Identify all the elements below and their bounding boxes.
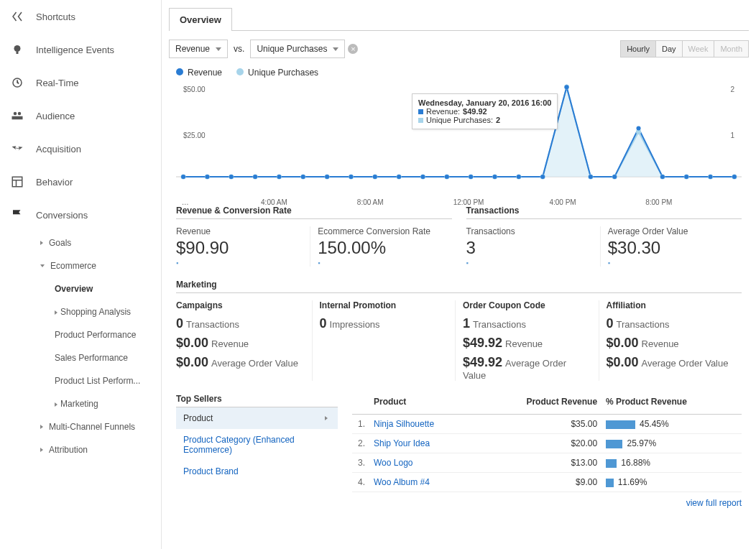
product-link[interactable]: Woo Album #4 — [369, 473, 477, 492]
tab-bar: Overview — [169, 7, 749, 31]
product-link[interactable]: Ship Your Idea — [369, 434, 477, 453]
sparkline — [608, 259, 742, 267]
marketing-card[interactable]: Order Coupon Code1Transactions$49.92Reve… — [455, 300, 599, 381]
legend-revenue-dot — [176, 68, 183, 75]
svg-rect-6 — [12, 177, 22, 187]
y-axis-left-label: $25.00 — [183, 132, 206, 139]
caret-right-icon — [40, 241, 43, 245]
remove-metric2-button[interactable]: × — [348, 44, 358, 54]
product-table: Product Product Revenue % Product Revenu… — [352, 394, 742, 492]
section-revconv-title: Revenue & Conversion Rate — [176, 206, 452, 219]
legend-unique-dot — [236, 68, 244, 75]
sidebar-sub-mcf[interactable]: Multi-Channel Funnels — [40, 415, 161, 438]
sidebar-item-audience[interactable]: Audience — [0, 99, 161, 132]
bulb-icon — [10, 42, 24, 57]
sidebar-sub-ecommerce[interactable]: Ecommerce — [40, 254, 161, 277]
sparkline — [318, 259, 451, 267]
caret-down-icon — [216, 47, 221, 51]
topsellers-dimension[interactable]: Product — [176, 407, 338, 429]
topsellers-title: Top Sellers — [176, 394, 338, 407]
sidebar-item-behavior[interactable]: Behavior — [0, 165, 161, 198]
caret-right-icon — [40, 448, 43, 452]
sidebar-sub2-item[interactable]: Sales Performance — [40, 346, 161, 369]
sidebar-item-realtime[interactable]: Real-Time — [0, 66, 161, 99]
topsellers-dimension[interactable]: Product Brand — [176, 461, 338, 482]
layout-icon — [10, 175, 24, 189]
svg-point-44 — [420, 175, 425, 179]
arrows-icon — [10, 142, 24, 156]
tooltip-unique-dot — [418, 118, 423, 123]
metric-transactions[interactable]: Transactions 3 — [466, 226, 600, 267]
metric1-selector[interactable]: Revenue — [169, 40, 228, 58]
sidebar-label: Behavior — [36, 177, 73, 188]
view-full-report-link[interactable]: view full report — [686, 498, 742, 508]
sidebar-label: Intelligence Events — [36, 45, 114, 55]
clock-icon — [10, 75, 24, 90]
svg-rect-5 — [12, 116, 23, 120]
product-link[interactable]: Ninja Silhouette — [369, 415, 477, 434]
time-month-button: Month — [714, 41, 748, 57]
table-row: 4.Woo Album #4$9.0011.69% — [352, 473, 742, 492]
svg-point-57 — [732, 175, 737, 179]
tooltip-revenue-dot — [418, 109, 423, 114]
section-transactions-title: Transactions — [466, 206, 742, 219]
metric-aov[interactable]: Average Order Value $30.30 — [600, 226, 742, 267]
marketing-card[interactable]: Campaigns0Transactions$0.00Revenue$0.00A… — [176, 300, 312, 381]
sparkline — [466, 259, 600, 267]
time-week-button: Week — [683, 41, 715, 57]
metric2-selector[interactable]: Unique Purchases — [250, 40, 345, 58]
svg-point-41 — [349, 175, 353, 179]
svg-point-54 — [660, 175, 665, 179]
main-content: Overview Revenue vs. Unique Purchases × … — [162, 0, 756, 549]
line-chart[interactable]: $50.00 $25.00 2 1 Wednesday, January 20,… — [176, 83, 742, 198]
sidebar-label: Real-Time — [36, 78, 78, 88]
svg-point-36 — [229, 175, 234, 179]
tooltip-title: Wednesday, January 20, 2016 16:00 — [418, 98, 551, 107]
time-hourly-button[interactable]: Hourly — [621, 41, 656, 57]
time-day-button[interactable]: Day — [656, 41, 683, 57]
sidebar-sub-goals[interactable]: Goals — [40, 231, 161, 254]
sidebar-sub2-item[interactable]: Shopping Analysis — [40, 300, 161, 323]
sidebar-item-shortcuts[interactable]: Shortcuts — [0, 0, 161, 33]
svg-point-52 — [612, 175, 617, 179]
topsellers-dimension[interactable]: Product Category (Enhanced Ecommerce) — [176, 429, 338, 461]
time-granularity-toggle: Hourly Day Week Month — [620, 40, 749, 57]
svg-point-51 — [589, 175, 593, 179]
y-axis-right-label: 2 — [730, 86, 734, 93]
sidebar-sub2-item[interactable]: Product List Perform... — [40, 369, 161, 392]
sidebar-item-intelligence[interactable]: Intelligence Events — [0, 33, 161, 66]
section-marketing-title: Marketing — [176, 280, 742, 293]
sidebar-sub2-item[interactable]: Product Performance — [40, 323, 161, 346]
caret-right-icon — [55, 402, 57, 407]
marketing-card[interactable]: Internal Promotion0Impressions — [312, 300, 456, 381]
caret-down-icon — [40, 264, 45, 267]
marketing-card[interactable]: Affiliation0Transactions$0.00Revenue$0.0… — [599, 300, 742, 381]
table-row: 1.Ninja Silhouette$35.0045.45% — [352, 415, 742, 434]
svg-point-56 — [709, 175, 713, 179]
caret-right-icon — [55, 310, 57, 315]
sidebar-sub-attribution[interactable]: Attribution — [40, 438, 161, 461]
svg-point-42 — [373, 175, 377, 179]
svg-point-3 — [14, 112, 17, 116]
svg-point-47 — [492, 175, 497, 179]
tab-overview[interactable]: Overview — [169, 8, 232, 31]
sidebar-label: Shortcuts — [36, 11, 75, 22]
sidebar-sub2-item[interactable]: Overview — [40, 277, 161, 300]
product-link[interactable]: Woo Logo — [369, 453, 477, 473]
sidebar: Shortcuts Intelligence Events Real-Time … — [0, 0, 162, 549]
col-revenue: Product Revenue — [477, 394, 601, 415]
svg-point-49 — [540, 175, 545, 179]
svg-point-50 — [565, 85, 569, 89]
sidebar-item-acquisition[interactable]: Acquisition — [0, 132, 161, 165]
svg-point-39 — [301, 175, 305, 179]
caret-down-icon — [333, 47, 338, 51]
metric-revenue[interactable]: Revenue $90.90 — [176, 226, 310, 267]
svg-point-0 — [14, 45, 21, 52]
caret-right-icon — [325, 416, 328, 420]
chart-tooltip: Wednesday, January 20, 2016 16:00 Revenu… — [412, 93, 558, 129]
sidebar-sub2-item[interactable]: Marketing — [40, 392, 161, 415]
metric-conversion-rate[interactable]: Ecommerce Conversion Rate 150.00% — [310, 226, 451, 267]
sidebar-label: Acquisition — [36, 144, 81, 154]
sidebar-item-conversions[interactable]: Conversions — [0, 198, 161, 231]
table-row: 3.Woo Logo$13.0016.88% — [352, 453, 742, 473]
